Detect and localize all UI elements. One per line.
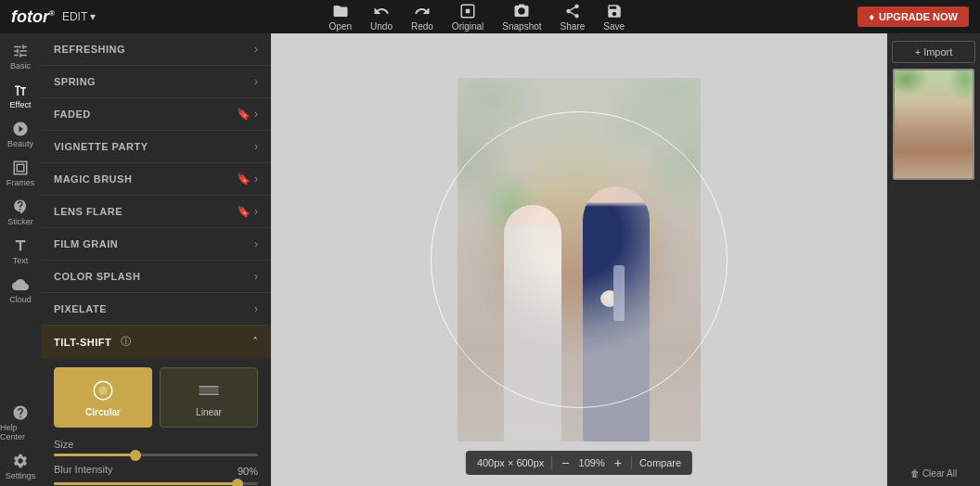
- divider: [551, 456, 552, 469]
- ts-option-circular[interactable]: Circular: [54, 367, 152, 428]
- blur-slider-track[interactable]: [54, 482, 258, 485]
- trash-icon: 🗑: [910, 468, 920, 479]
- effect-item-vignette-party[interactable]: VIGNETTE PARTY ›: [41, 131, 271, 163]
- sidebar-item-cloud[interactable]: Cloud: [0, 271, 41, 310]
- zoom-out-button[interactable]: −: [560, 455, 571, 470]
- effect-item-color-splash[interactable]: COLOR SPLASH ›: [41, 261, 271, 293]
- chevron-icon: ›: [254, 140, 258, 153]
- zoom-level: 109%: [579, 457, 605, 468]
- chevron-icon: ›: [254, 270, 258, 283]
- svg-rect-4: [200, 388, 219, 393]
- original-tool[interactable]: Original: [452, 3, 484, 32]
- chevron-up-icon: ˄: [252, 336, 258, 349]
- logo-dot: ®: [49, 9, 55, 18]
- sidebar-item-sticker[interactable]: Sticker: [0, 193, 41, 232]
- status-bar: 400px × 600px − 109% + Compare: [466, 451, 692, 475]
- chevron-icon: ›: [254, 43, 258, 56]
- thumbnail-image: [893, 69, 974, 180]
- image-dimensions: 400px × 600px: [477, 457, 544, 468]
- chevron-icon: ›: [254, 237, 258, 250]
- tilt-shift-options: Circular Linear: [54, 367, 258, 428]
- bookmark-icon: 🔖: [237, 108, 251, 121]
- chevron-icon: ›: [254, 205, 258, 218]
- effect-item-pixelate[interactable]: PIXELATE ›: [41, 293, 271, 326]
- logo: fotor®: [11, 7, 55, 27]
- effect-item-faded[interactable]: FADED 🔖 ›: [41, 98, 271, 131]
- ts-option-linear[interactable]: Linear: [160, 367, 258, 428]
- effects-panel: REFRESHING › SPRING › FADED 🔖 ›: [41, 33, 271, 486]
- edit-button[interactable]: EDIT ▾: [62, 10, 96, 23]
- effect-item-tilt-shift: TILT-SHIFT ⓘ ˄ Circular: [41, 326, 271, 486]
- sidebar-item-frames[interactable]: Frames: [0, 154, 41, 193]
- bookmark-icon: 🔖: [237, 205, 251, 218]
- left-sidebar: Basic Effect Beauty Frames Sticker Text …: [0, 33, 41, 486]
- photo-container: [458, 78, 701, 441]
- sidebar-item-settings[interactable]: Settings: [0, 447, 41, 486]
- svg-point-2: [98, 386, 108, 395]
- chevron-icon: ›: [254, 173, 258, 185]
- chevron-icon: ›: [254, 302, 258, 315]
- share-tool[interactable]: Share: [561, 3, 586, 32]
- compare-button[interactable]: Compare: [639, 457, 681, 468]
- blur-slider-thumb[interactable]: [232, 479, 243, 487]
- photo-image: [458, 78, 701, 441]
- topbar-tools: Open Undo Redo Original Snapshot Share S…: [329, 3, 625, 32]
- snapshot-tool[interactable]: Snapshot: [502, 3, 541, 32]
- clear-all-button[interactable]: 🗑 Clear All: [910, 468, 957, 479]
- topbar-left: fotor® EDIT ▾: [11, 7, 96, 27]
- tilt-shift-header[interactable]: TILT-SHIFT ⓘ ˄: [41, 326, 271, 358]
- topbar: fotor® EDIT ▾ Open Undo Redo Original Sn…: [0, 0, 980, 33]
- sidebar-item-text[interactable]: Text: [0, 232, 41, 271]
- bookmark-icon: 🔖: [237, 173, 251, 185]
- import-button[interactable]: + Import: [892, 41, 975, 63]
- save-tool[interactable]: Save: [603, 3, 625, 32]
- chevron-icon: ›: [254, 75, 258, 88]
- open-tool[interactable]: Open: [329, 3, 352, 32]
- main-layout: Basic Effect Beauty Frames Sticker Text …: [0, 33, 980, 486]
- tilt-shift-info-icon: ⓘ: [121, 335, 132, 349]
- effect-item-film-grain[interactable]: FILM GRAIN ›: [41, 228, 271, 261]
- effect-list: REFRESHING › SPRING › FADED 🔖 ›: [41, 33, 271, 486]
- size-slider-group: Size: [54, 439, 258, 456]
- size-slider-fill: [54, 454, 135, 456]
- redo-tool[interactable]: Redo: [411, 3, 433, 32]
- divider: [631, 456, 632, 469]
- chevron-icon: ›: [254, 108, 258, 121]
- chevron-down-icon: ▾: [90, 10, 96, 23]
- sidebar-item-basic[interactable]: Basic: [0, 37, 41, 76]
- effect-item-refreshing[interactable]: REFRESHING ›: [41, 33, 271, 66]
- right-panel: + Import 🗑 Clear All: [887, 33, 980, 486]
- effect-item-lens-flare[interactable]: LENS FLARE 🔖 ›: [41, 196, 271, 228]
- effect-item-spring[interactable]: SPRING ›: [41, 66, 271, 98]
- upgrade-button[interactable]: ♦ UPGRADE NOW: [858, 6, 969, 27]
- undo-tool[interactable]: Undo: [370, 3, 393, 32]
- sidebar-item-effect[interactable]: Effect: [0, 76, 41, 115]
- effect-item-magic-brush[interactable]: MAGIC BRUSH 🔖 ›: [41, 163, 271, 196]
- canvas-area: 400px × 600px − 109% + Compare: [271, 33, 887, 486]
- size-slider-track[interactable]: [54, 454, 258, 456]
- tilt-shift-body: Circular Linear Size: [41, 358, 271, 486]
- zoom-in-button[interactable]: +: [612, 455, 624, 470]
- blur-slider-group: Blur Intensity 90%: [54, 464, 258, 485]
- size-slider-thumb[interactable]: [130, 450, 141, 461]
- sidebar-item-help[interactable]: Help Center: [0, 399, 41, 447]
- blur-slider-fill: [54, 482, 238, 485]
- sidebar-item-beauty[interactable]: Beauty: [0, 115, 41, 154]
